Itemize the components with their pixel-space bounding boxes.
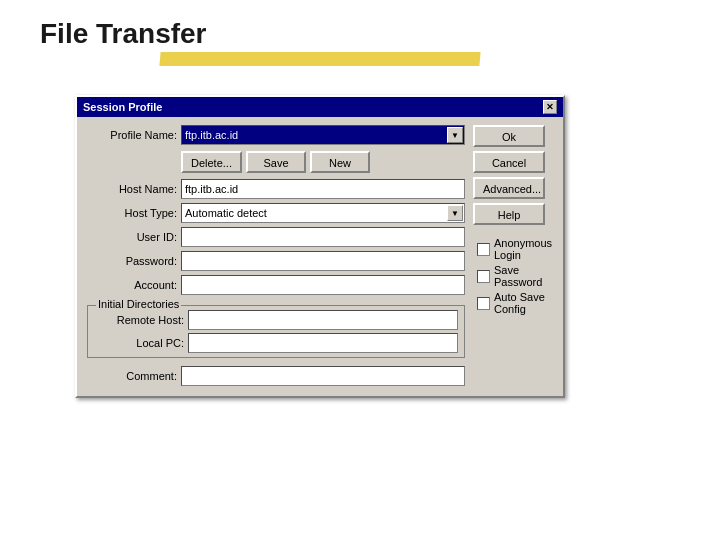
profile-name-label: Profile Name: [87, 129, 177, 141]
profile-name-input[interactable] [181, 125, 465, 145]
decorative-stripe [159, 52, 480, 66]
remote-host-label: Remote Host: [94, 314, 184, 326]
profile-name-select-wrapper: ▼ [181, 125, 465, 145]
host-type-label: Host Type: [87, 207, 177, 219]
dialog-title: Session Profile [83, 101, 162, 113]
comment-input[interactable] [181, 366, 465, 386]
page-title: File Transfer [40, 18, 207, 50]
user-id-row: User ID: [87, 227, 465, 247]
close-button[interactable]: ✕ [543, 100, 557, 114]
user-id-label: User ID: [87, 231, 177, 243]
main-content: Profile Name: ▼ Delete... Save New [87, 125, 553, 386]
account-label: Account: [87, 279, 177, 291]
save-button[interactable]: Save [246, 151, 306, 173]
right-panel: Ok Cancel Advanced... Help Anonymous Log… [473, 125, 553, 386]
host-type-input[interactable] [181, 203, 465, 223]
new-button[interactable]: New [310, 151, 370, 173]
auto-save-config-label: Auto Save Config [494, 291, 553, 315]
checkboxes-section: Anonymous Login Save Password Auto Save … [473, 237, 553, 315]
auto-save-config-checkbox[interactable] [477, 297, 490, 310]
remote-host-input[interactable] [188, 310, 458, 330]
auto-save-config-row: Auto Save Config [477, 291, 553, 315]
dialog-title-bar: Session Profile ✕ [77, 97, 563, 117]
password-label: Password: [87, 255, 177, 267]
initial-directories-legend: Initial Directories [96, 298, 181, 310]
dialog-body: Profile Name: ▼ Delete... Save New [77, 117, 563, 396]
action-buttons-row: Delete... Save New [87, 151, 465, 173]
anonymous-login-row: Anonymous Login [477, 237, 553, 261]
host-name-input[interactable] [181, 179, 465, 199]
form-section: Profile Name: ▼ Delete... Save New [87, 125, 465, 386]
page-background: File Transfer Session Profile ✕ Profile … [0, 0, 720, 540]
advanced-button[interactable]: Advanced... [473, 177, 545, 199]
session-profile-dialog: Session Profile ✕ Profile Name: ▼ [75, 95, 565, 398]
delete-button[interactable]: Delete... [181, 151, 242, 173]
host-type-row: Host Type: ▼ [87, 203, 465, 223]
comment-label: Comment: [87, 370, 177, 382]
comment-row: Comment: [87, 366, 465, 386]
anonymous-login-label: Anonymous Login [494, 237, 553, 261]
user-id-input[interactable] [181, 227, 465, 247]
initial-directories-group: Initial Directories Remote Host: Local P… [87, 305, 465, 358]
remote-host-row: Remote Host: [94, 310, 458, 330]
local-pc-label: Local PC: [94, 337, 184, 349]
profile-name-row: Profile Name: ▼ [87, 125, 465, 145]
anonymous-login-checkbox[interactable] [477, 243, 490, 256]
host-name-row: Host Name: [87, 179, 465, 199]
help-button[interactable]: Help [473, 203, 545, 225]
save-password-checkbox[interactable] [477, 270, 490, 283]
host-type-select-wrapper: ▼ [181, 203, 465, 223]
save-password-row: Save Password [477, 264, 553, 288]
host-name-label: Host Name: [87, 183, 177, 195]
ok-button[interactable]: Ok [473, 125, 545, 147]
local-pc-input[interactable] [188, 333, 458, 353]
save-password-label: Save Password [494, 264, 553, 288]
password-input[interactable] [181, 251, 465, 271]
password-row: Password: [87, 251, 465, 271]
account-input[interactable] [181, 275, 465, 295]
local-pc-row: Local PC: [94, 333, 458, 353]
account-row: Account: [87, 275, 465, 295]
cancel-button[interactable]: Cancel [473, 151, 545, 173]
